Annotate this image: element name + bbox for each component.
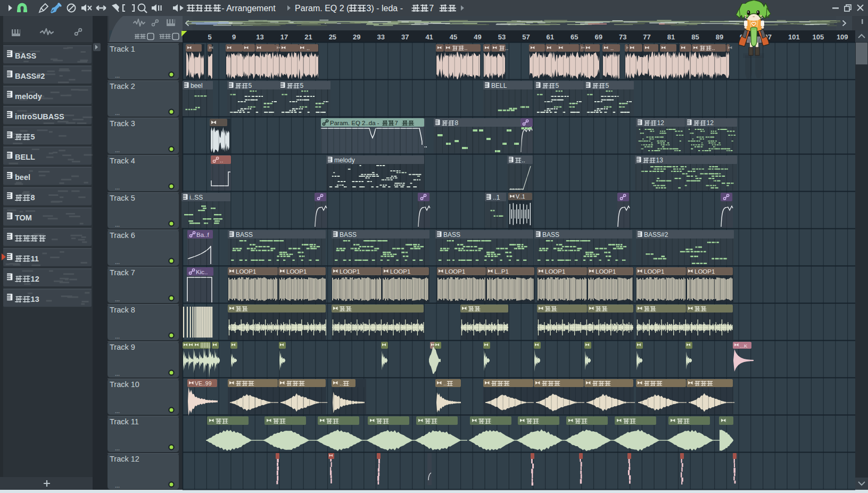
svg-text:53: 53 [498, 33, 506, 41]
svg-text:LOOP1: LOOP1 [644, 268, 664, 275]
svg-text:41: 41 [425, 33, 433, 41]
svg-text:9: 9 [232, 33, 236, 41]
svg-text:77: 77 [643, 33, 650, 41]
svg-text:57: 57 [522, 33, 530, 41]
svg-text:29: 29 [353, 33, 360, 41]
svg-text:101: 101 [788, 33, 800, 41]
svg-text:beel: beel [15, 173, 30, 182]
svg-text:8: 8 [454, 119, 458, 127]
svg-text:13: 13 [656, 157, 663, 164]
svg-text:melody: melody [334, 157, 355, 164]
svg-text:73: 73 [619, 33, 626, 41]
svg-text:- Arrangement: - Arrangement [221, 4, 276, 13]
svg-text:BASS#2: BASS#2 [15, 72, 45, 80]
svg-text:5: 5 [555, 82, 559, 89]
svg-text:3) - leda -: 3) - leda - [367, 4, 403, 13]
svg-text:...: ... [115, 221, 120, 228]
svg-text:Track 6: Track 6 [110, 231, 135, 240]
svg-text:...: ... [115, 259, 120, 265]
svg-text:Track 7: Track 7 [110, 268, 135, 277]
svg-text:17: 17 [280, 33, 288, 41]
svg-text:Track 12: Track 12 [110, 455, 139, 463]
svg-text:...: ... [115, 72, 120, 79]
svg-text:..: .. [307, 45, 310, 51]
svg-text:TOM: TOM [15, 213, 32, 222]
svg-text:V..1: V..1 [516, 193, 525, 200]
svg-text:8: 8 [31, 193, 35, 202]
svg-text:Track 1: Track 1 [110, 45, 135, 53]
svg-text:5: 5 [31, 133, 35, 141]
svg-text:i..SS: i..SS [189, 194, 203, 201]
svg-text:L..P1: L..P1 [494, 268, 509, 275]
svg-text:BASS#2: BASS#2 [644, 231, 668, 239]
svg-text:13: 13 [31, 295, 39, 303]
svg-text:..: .. [443, 380, 447, 387]
svg-text:LOOP1: LOOP1 [236, 268, 256, 275]
svg-text:69: 69 [594, 33, 602, 41]
svg-text:12: 12 [657, 119, 664, 127]
svg-text:BASS: BASS [236, 231, 253, 239]
svg-text:BASS: BASS [542, 231, 559, 239]
svg-text:85: 85 [691, 33, 699, 41]
svg-text:..: .. [340, 380, 343, 387]
svg-text:89: 89 [716, 33, 723, 41]
svg-text:BASS: BASS [443, 231, 460, 239]
svg-text:..: .. [712, 45, 715, 51]
svg-text:BELL: BELL [15, 153, 35, 161]
svg-text:Track 11: Track 11 [110, 417, 139, 426]
svg-text:109: 109 [837, 33, 848, 41]
svg-text:Kic..: Kic.. [196, 269, 208, 275]
svg-text:65: 65 [571, 33, 578, 41]
svg-text:7: 7 [394, 120, 398, 126]
svg-text:5: 5 [248, 82, 252, 89]
svg-text:..1: ..1 [493, 194, 500, 201]
svg-text:...: ... [115, 371, 120, 377]
svg-text:12: 12 [31, 275, 39, 283]
svg-text:...: ... [115, 445, 120, 451]
svg-text:5: 5 [300, 82, 303, 89]
svg-text:5: 5 [605, 82, 609, 89]
svg-text:VE..99: VE..99 [195, 380, 212, 387]
svg-text:BASS: BASS [15, 52, 37, 60]
svg-text:7: 7 [429, 4, 434, 13]
svg-text:melody: melody [15, 92, 42, 101]
svg-text:LOOP1: LOOP1 [545, 268, 565, 275]
svg-text:Ba..f: Ba..f [196, 232, 209, 238]
svg-text:Track 10: Track 10 [110, 380, 139, 389]
svg-text:introSUBASS: introSUBASS [15, 112, 64, 121]
svg-text:Track 3: Track 3 [110, 119, 135, 128]
svg-text:...: ... [115, 110, 120, 116]
svg-text:...: ... [115, 184, 120, 191]
svg-text:13: 13 [256, 33, 263, 41]
svg-text:Track 5: Track 5 [110, 194, 135, 202]
svg-text:61: 61 [547, 33, 554, 41]
svg-text:21: 21 [304, 33, 312, 41]
svg-text:Param. EQ 2..da -: Param. EQ 2..da - [330, 120, 379, 126]
svg-text:...: ... [115, 482, 120, 489]
svg-text:..: .. [522, 157, 525, 164]
svg-text:12: 12 [706, 119, 714, 127]
svg-text:...: ... [115, 408, 120, 414]
svg-text:33: 33 [377, 33, 385, 41]
svg-text:BELL: BELL [491, 82, 507, 89]
svg-text:...K: ...K [740, 343, 748, 349]
svg-text:37: 37 [401, 33, 409, 41]
svg-text:LOOP1: LOOP1 [286, 268, 307, 275]
svg-text:..: .. [464, 45, 467, 51]
svg-text:LOOP1: LOOP1 [340, 268, 360, 275]
svg-text:LOOP1: LOOP1 [695, 268, 715, 275]
svg-text:25: 25 [329, 33, 336, 41]
svg-text:105: 105 [812, 33, 824, 41]
svg-text:LOOP1: LOOP1 [445, 268, 465, 275]
svg-text:...: ... [115, 333, 120, 340]
svg-text:LOOP1: LOOP1 [596, 268, 616, 275]
svg-text:11: 11 [31, 254, 39, 263]
svg-text:Track 4: Track 4 [110, 157, 135, 165]
svg-text:49: 49 [474, 33, 481, 41]
svg-text:45: 45 [450, 33, 457, 41]
svg-text:..: .. [610, 45, 614, 51]
svg-text:...: ... [115, 147, 120, 153]
svg-text:Param. EQ 2 (: Param. EQ 2 ( [295, 4, 350, 13]
svg-text:5: 5 [208, 33, 211, 41]
svg-text:LOOP1: LOOP1 [390, 268, 410, 275]
